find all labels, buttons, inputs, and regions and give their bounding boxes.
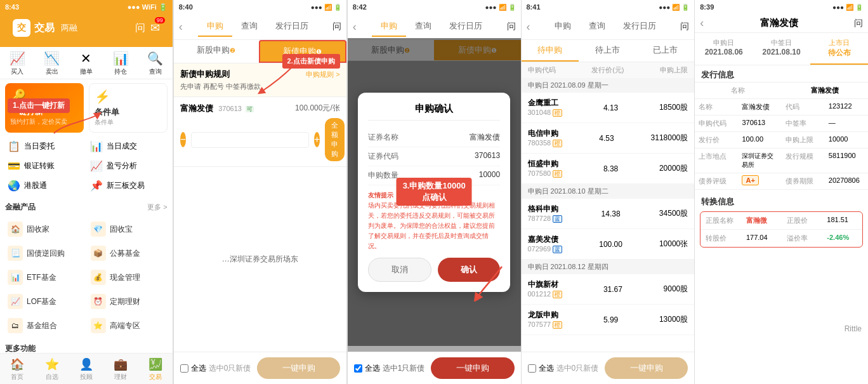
bond-7-price: 5.99	[603, 315, 618, 324]
product-cash[interactable]: 💰现金管理	[88, 267, 168, 288]
minus-btn[interactable]: −	[180, 132, 186, 147]
date-header-2: 申购日 2021.08.10 星期二	[522, 184, 695, 199]
p2-top-nav: ‹ 申购 查询 发行日历 问	[174, 14, 346, 40]
bond-row-7[interactable]: 龙版申购 707577 橙 5.99 13000股	[522, 305, 695, 335]
today-items: 📋当日委托 📊当日成交 💳银证转账 📈盈亏分析 🌏港股通 📌新三板交易	[5, 138, 168, 194]
ir3-v2: 10000	[825, 132, 868, 148]
product-gushoujia[interactable]: 🏠固收家	[5, 219, 84, 239]
p4-tabs: 申购 查询 发行日历	[530, 17, 681, 37]
full-subscribe-btn[interactable]: 全额申购	[325, 118, 345, 161]
cr2-v1: 177.04	[741, 230, 782, 247]
today-order[interactable]: 📋当日委托	[5, 138, 85, 155]
message-badge[interactable]: ✉ 99	[150, 21, 160, 35]
new-third-board[interactable]: 📌新三板交易	[88, 177, 168, 194]
bond-row-6[interactable]: 中旗新材 001212 橙 31.67 9000股	[522, 274, 695, 305]
bond-name-row: 富瀚发债 370613 可	[180, 102, 254, 114]
nav-position[interactable]: 📊持仓	[103, 51, 138, 76]
time-p2: 8:40	[179, 3, 193, 11]
question-p4[interactable]: 问	[680, 21, 689, 32]
tab-sub-p4[interactable]: 申购	[546, 17, 580, 37]
select-all-p4-checkbox[interactable]	[528, 364, 536, 373]
profit-analysis[interactable]: 📈盈亏分析	[88, 157, 168, 175]
bond-row-1[interactable]: 金鹰重工 301048 橙 4.13 18500股	[522, 93, 695, 123]
bond-row-3[interactable]: 恒盛申购 707580 橙 8.38 20000股	[522, 154, 695, 184]
subtab-new-stock[interactable]: 新股申购❷	[174, 40, 259, 63]
tab-subscribe[interactable]: 申购	[198, 17, 232, 37]
status-icons-p2: ●●●📶🔋	[311, 4, 341, 11]
modal-value-qty: 10000	[479, 170, 500, 181]
step1-annotation: 1.点击一键打新	[8, 98, 70, 113]
product-lof[interactable]: 📈LOF基金	[5, 291, 84, 312]
shares-input[interactable]	[191, 132, 309, 148]
tab-listing-date[interactable]: 上市日 待公布	[810, 33, 868, 65]
tab-calendar-p4[interactable]: 发行日历	[614, 17, 665, 37]
bond-row-2[interactable]: 电信申购 780358 橙 4.53 3118000股	[522, 123, 695, 154]
tab-issue-calendar[interactable]: 发行日历	[266, 17, 317, 37]
today-trade[interactable]: 📊当日成交	[88, 138, 168, 155]
plus-btn[interactable]: +	[314, 132, 320, 147]
tab-trading[interactable]: 💹交易	[148, 357, 162, 381]
question-p5[interactable]: 问	[854, 18, 863, 29]
question-icon[interactable]: 问	[135, 22, 145, 35]
tab-lottery-date[interactable]: 中签日 2021.08.10	[753, 33, 810, 65]
product-public-fund[interactable]: 📦公募基金	[88, 243, 168, 263]
nav-sell[interactable]: 📉卖出	[34, 51, 69, 76]
bond-6-limit: 9000股	[664, 284, 688, 295]
tab-home[interactable]: 🏠首页	[10, 357, 24, 381]
subtab-pending-market[interactable]: 待上市	[579, 40, 636, 62]
hk-connect[interactable]: 🌏港股通	[5, 177, 85, 194]
subtab-listed[interactable]: 已上市	[636, 40, 694, 62]
modal-label-code: 证券代码	[368, 151, 398, 162]
tab-subscribe-p3[interactable]: 申购	[372, 17, 406, 37]
product-etf[interactable]: 📊ETF基金	[5, 267, 84, 288]
panel-confirm: 8:42 ●●●📶🔋 ‹ 申购 查询 发行日历 问 新股申购❷ 新债申购❶ 申	[348, 0, 522, 384]
select-all-checkbox[interactable]	[180, 364, 188, 373]
info-row-4: 上市地点 深圳证券交易所 发行规模 5811900	[695, 149, 868, 173]
select-all-p3-checkbox[interactable]	[354, 364, 362, 373]
tab-query-p3[interactable]: 查询	[406, 17, 440, 37]
question-icon-p2[interactable]: 问	[332, 21, 341, 32]
bond-3-price: 8.38	[603, 164, 618, 173]
product-gov-bond[interactable]: 📃国债逆回购	[5, 243, 84, 263]
nav-query[interactable]: 🔍查询	[138, 51, 172, 76]
subtab-pending[interactable]: 待申购	[522, 40, 579, 62]
issue-info-title: 发行信息	[695, 65, 868, 83]
one-click-subscribe-btn[interactable]: 一键申购	[257, 357, 339, 379]
tab-advisor[interactable]: 👤投顾	[79, 357, 93, 381]
ir5-v1: A+	[738, 173, 781, 189]
products-section-title: 金融产品更多 >	[5, 199, 168, 215]
tab-query-p4[interactable]: 查询	[580, 17, 614, 37]
cancel-btn[interactable]: 取消	[368, 258, 431, 282]
tab-calendar-p3[interactable]: 发行日历	[440, 17, 491, 37]
tab-watchlist[interactable]: ⭐自选	[45, 357, 59, 381]
status-bar-p1: 8:43 ●●●WiFi🔋	[0, 0, 173, 14]
ir4-v2: 5811900	[825, 149, 868, 173]
tab-finance[interactable]: 💼理财	[114, 357, 128, 381]
rittle-label: Rittle	[845, 324, 862, 333]
ih-col1: 名称	[695, 83, 781, 98]
tab-sub-date[interactable]: 申购日 2021.08.06	[695, 33, 753, 65]
product-gushobao[interactable]: 💎固收宝	[88, 219, 168, 239]
nav-buy[interactable]: 📈买入	[0, 51, 34, 76]
one-click-p3[interactable]: 一键申购	[431, 357, 514, 379]
bond-row-5[interactable]: 嘉美发债 072969 蓝 100.00 10000张	[522, 229, 695, 260]
bank-transfer[interactable]: 💳银证转账	[5, 157, 85, 175]
one-click-p4[interactable]: 一键申购	[605, 357, 688, 379]
status-bar-p5: 8:39 ●●●📶🔋	[695, 0, 868, 14]
bond-row-4[interactable]: 格科申购 787728 蓝 14.38 34500股	[522, 199, 695, 229]
product-fixed-finance[interactable]: ⏰定期理财	[88, 291, 168, 312]
p4-top-nav: ‹ 申购 查询 发行日历 问	[522, 14, 695, 40]
product-fund-combo[interactable]: 🗂基金组合	[5, 315, 84, 336]
table-header: 申购代码 发行价(元) 申购上限	[522, 62, 695, 78]
bond-6-name: 中旗新材	[528, 279, 563, 290]
tab-query[interactable]: 查询	[232, 17, 266, 37]
bond-rules-link[interactable]: 申购规则 >	[306, 70, 339, 79]
ih-col1-val: 富瀚发债	[782, 83, 868, 98]
product-premium[interactable]: ⭐高端专区	[88, 315, 168, 336]
bond-4-code-row: 787728 蓝	[528, 215, 563, 223]
nav-cancel[interactable]: ✕撤单	[69, 51, 103, 76]
date-header-1: 申购日 2021.08.09 星期一	[522, 78, 695, 93]
question-p3[interactable]: 问	[507, 21, 516, 32]
status-icons-p4: ●●●📶🔋	[659, 4, 689, 11]
bond-3-limit: 20000股	[659, 163, 688, 174]
